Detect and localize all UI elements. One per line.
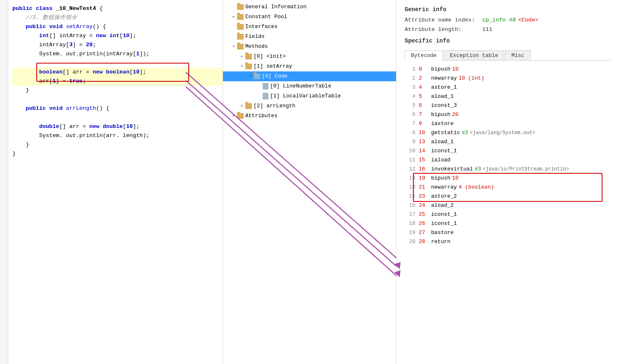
folder-icon xyxy=(237,24,244,30)
bc-instruction: iastore xyxy=(431,119,454,128)
bytecode-row: 1216invokevirtual#3<java/io/PrintStream.… xyxy=(405,165,611,174)
bc-offset: 10 xyxy=(419,128,428,137)
keyword-class: class xyxy=(36,4,56,13)
tree-label: [0] LineNumberTable xyxy=(270,82,331,90)
bc-linenum: 12 xyxy=(406,165,415,174)
bytecode-row: 2028return xyxy=(405,237,611,246)
bc-instruction: astore_1 xyxy=(431,83,457,92)
tree-label: Constant Pool xyxy=(245,13,287,21)
bytecode-row: 1014iconst_1 xyxy=(405,147,611,156)
tree-item-localvariable[interactable]: [1] LocalVariableTable xyxy=(223,91,396,101)
tab-misc[interactable]: Misc xyxy=(505,50,530,60)
bc-offset: 28 xyxy=(419,237,428,246)
bc-instruction: iconst_3 xyxy=(431,101,457,110)
bc-linenum: 18 xyxy=(406,219,415,228)
bc-offset: 13 xyxy=(419,137,428,147)
classname: _10_NewTest4 xyxy=(56,4,99,13)
bc-linenum: 5 xyxy=(406,101,415,110)
code-line-10: } xyxy=(12,86,223,95)
bytecode-container: 10bipush1022newarray10 (int)34astore_145… xyxy=(405,65,611,246)
bc-linenum: 16 xyxy=(406,201,415,210)
bc-linenum: 13 xyxy=(406,174,415,183)
tree-item-attributes[interactable]: Attributes xyxy=(223,111,396,121)
attr-name-label: Attribute name index: xyxy=(405,17,479,23)
folder-icon xyxy=(245,64,252,69)
bc-instruction: invokevirtual xyxy=(431,165,473,174)
arrow-down-icon xyxy=(248,74,253,79)
code-line-8: boolean [] arr = new boolean [ 10 ]; xyxy=(12,68,223,77)
tree-label: Interfaces xyxy=(245,23,277,31)
bc-linenum: 15 xyxy=(406,192,415,201)
bc-arg: 10 xyxy=(452,174,459,183)
bc-linenum: 14 xyxy=(406,183,415,192)
tree-label: [0] Code xyxy=(262,72,287,80)
arrow-right-icon xyxy=(240,104,244,109)
bc-offset: 4 xyxy=(419,83,428,92)
tree-item-setarray[interactable]: [1] setArray xyxy=(223,61,396,71)
bc-instruction: newarray xyxy=(431,183,457,192)
tree-item-arrlength[interactable]: [2] arrLength xyxy=(223,101,396,111)
bc-offset: 9 xyxy=(419,119,428,128)
bc-offset: 2 xyxy=(419,74,428,83)
bc-linenum: 4 xyxy=(406,92,415,101)
attr-name-link[interactable]: cp_info #8 xyxy=(482,17,516,23)
code-line-12: public void arrLength () { xyxy=(12,104,223,113)
code-line-7 xyxy=(12,59,223,68)
bc-instruction: iaload xyxy=(431,156,451,165)
tree-item-methods[interactable]: Methods xyxy=(223,42,396,52)
tab-exception-table[interactable]: Exception table xyxy=(443,50,504,60)
bc-comment: <java/lang/System.out> xyxy=(470,128,535,137)
bc-offset: 7 xyxy=(419,110,428,119)
tree-label: Fields xyxy=(245,33,265,41)
bc-offset: 15 xyxy=(419,156,428,165)
tree-label: Attributes xyxy=(245,112,277,120)
bytecode-row: 810getstatic#2<java/lang/System.out> xyxy=(405,128,611,137)
bc-linenum: 10 xyxy=(406,147,415,156)
tree-item-fields[interactable]: Fields xyxy=(223,32,396,42)
attr-length-row: Attribute length: 111 xyxy=(405,26,611,33)
code-line-13 xyxy=(12,113,223,122)
bc-offset: 19 xyxy=(419,174,428,183)
bytecode-row: 1421newarray4 (boolean) xyxy=(405,183,611,192)
code-line-6: System. out .println(intArray[ 1 ]); xyxy=(12,50,223,59)
code-line-2: //3. 数组操作指令 xyxy=(12,13,223,22)
folder-icon xyxy=(237,34,244,40)
bc-linenum: 2 xyxy=(406,74,415,83)
tree-item-linenumber[interactable]: [0] LineNumberTable xyxy=(223,81,396,91)
bytecode-row: 1927bastore xyxy=(405,228,611,237)
tree-item-interfaces[interactable]: Interfaces xyxy=(223,22,396,32)
code-line-15: System. out .println(arr. length); xyxy=(12,131,223,140)
code-gutter xyxy=(0,0,8,364)
arrow-right-icon xyxy=(240,54,244,59)
bytecode-row: 1624aload_2 xyxy=(405,201,611,210)
bc-instruction: bipush xyxy=(431,174,451,183)
code-line-17: } xyxy=(12,149,223,158)
tab-bytecode[interactable]: Bytecode xyxy=(405,50,443,61)
arrow-right-icon xyxy=(231,113,236,118)
bc-arg: 20 xyxy=(452,110,459,119)
bc-offset: 25 xyxy=(419,210,428,219)
arrow-empty xyxy=(231,5,236,9)
code-line-11 xyxy=(12,95,223,104)
tabs-bar: Bytecode Exception table Misc xyxy=(405,50,611,61)
tree-panel: General Information Constant Pool Interf… xyxy=(223,0,396,364)
arrow-empty xyxy=(231,24,236,29)
folder-icon xyxy=(237,14,244,20)
bc-offset: 27 xyxy=(419,228,428,237)
tree-item-init[interactable]: [0] <init> xyxy=(223,52,396,61)
bc-linenum: 1 xyxy=(406,65,415,74)
code-line-3: public void setArray () { xyxy=(12,22,223,31)
tree-item-code[interactable]: [0] Code xyxy=(223,71,396,81)
bytecode-row: 10bipush10 xyxy=(405,65,611,74)
bc-instruction: bipush xyxy=(431,110,451,119)
bc-offset: 26 xyxy=(419,219,428,228)
tree-item-general[interactable]: General Information xyxy=(223,2,396,12)
bc-offset: 5 xyxy=(419,92,428,101)
bc-offset: 21 xyxy=(419,183,428,192)
bc-offset: 0 xyxy=(419,65,428,74)
code-line-5: intArray[ 3 ] = 20 ; xyxy=(12,40,223,50)
code-panel: public class _10_NewTest4 { //3. 数组操作指令 … xyxy=(0,0,223,364)
folder-icon xyxy=(237,44,244,50)
bc-arg: 4 (boolean) xyxy=(458,183,494,192)
tree-item-constant-pool[interactable]: Constant Pool xyxy=(223,12,396,22)
